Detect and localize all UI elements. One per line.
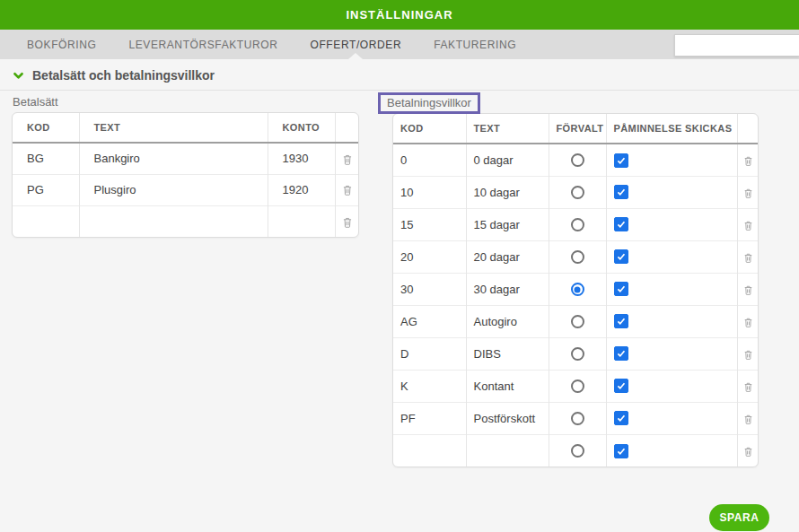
kod-cell[interactable]: 20 <box>393 240 466 273</box>
paminnelse-checkbox[interactable] <box>614 444 628 458</box>
table-row: AG Autogiro <box>393 305 759 337</box>
page-title: INSTÄLLNINGAR <box>346 8 452 22</box>
text-cell[interactable]: Bankgiro <box>79 143 268 174</box>
section-header: Betalsätt och betalningsvillkor <box>0 59 799 91</box>
paminnelse-checkbox[interactable] <box>614 185 628 199</box>
delete-row-icon[interactable] <box>742 414 754 425</box>
betalsatt-label: Betalsätt <box>12 95 359 109</box>
column-header-forvalt: FÖRVALT <box>549 114 606 144</box>
text-cell[interactable]: DIBS <box>466 337 549 370</box>
text-cell[interactable]: 30 dagar <box>466 273 549 305</box>
section-title: Betalsätt och betalningsvillkor <box>32 68 215 83</box>
save-button[interactable]: SPARA <box>709 504 769 531</box>
delete-row-icon[interactable] <box>341 153 354 166</box>
betalningsvillkor-label-highlight: Betalningsvillkor <box>378 92 480 114</box>
delete-row-icon[interactable] <box>742 188 754 199</box>
tab-bokforing[interactable]: BOKFÖRING <box>27 30 96 59</box>
app-header: INSTÄLLNINGAR <box>0 0 799 30</box>
forvalt-radio[interactable] <box>571 347 584 361</box>
tab-offert-order[interactable]: OFFERT/ORDER <box>311 30 402 59</box>
text-cell[interactable] <box>79 205 268 237</box>
text-cell[interactable]: Postförskott <box>466 402 549 434</box>
forvalt-radio[interactable] <box>571 379 584 393</box>
konto-cell[interactable]: 1930 <box>268 143 335 174</box>
kod-cell[interactable]: AG <box>393 305 466 337</box>
table-row: 30 30 dagar <box>393 273 759 305</box>
text-cell[interactable]: 15 dagar <box>466 208 549 240</box>
forvalt-radio[interactable] <box>571 315 584 328</box>
delete-row-icon[interactable] <box>742 220 754 231</box>
settings-content: Betalsätt och betalningsvillkor Betalsät… <box>0 59 799 532</box>
delete-row-icon[interactable] <box>742 381 754 393</box>
column-header-text: TEXT <box>466 114 549 144</box>
forvalt-radio[interactable] <box>571 250 584 264</box>
table-row: PF Postförskott <box>393 402 759 434</box>
text-cell[interactable]: 20 dagar <box>466 240 549 273</box>
header-row: KOD TEXT KONTO <box>13 113 359 143</box>
table-row: PG Plusgiro 1920 <box>13 174 359 205</box>
kod-cell[interactable]: 10 <box>393 176 466 208</box>
column-header-actions <box>335 113 359 143</box>
kod-cell[interactable]: 0 <box>393 144 466 176</box>
kod-cell[interactable]: PG <box>13 174 79 205</box>
tab-fakturering[interactable]: FAKTURERING <box>434 30 516 59</box>
delete-row-icon[interactable] <box>742 317 754 328</box>
forvalt-radio[interactable] <box>571 186 584 199</box>
text-cell[interactable]: Plusgiro <box>79 174 268 205</box>
column-header-konto: KONTO <box>268 113 335 143</box>
search-input[interactable] <box>674 34 799 57</box>
paminnelse-checkbox[interactable] <box>614 411 628 425</box>
table-row: 15 15 dagar <box>393 208 759 240</box>
kod-cell[interactable]: K <box>393 370 466 402</box>
delete-row-icon[interactable] <box>742 155 754 167</box>
forvalt-radio[interactable] <box>571 283 584 296</box>
delete-row-icon[interactable] <box>742 252 754 264</box>
konto-cell[interactable]: 1920 <box>268 174 335 205</box>
kod-cell[interactable]: 15 <box>393 208 466 240</box>
header-row: KOD TEXT FÖRVALT PÅMINNELSE SKICKAS <box>393 114 759 144</box>
table-row: 20 20 dagar <box>393 240 759 273</box>
delete-row-icon[interactable] <box>341 216 354 229</box>
kod-cell[interactable]: D <box>393 337 466 370</box>
delete-row-icon[interactable] <box>742 446 754 458</box>
betalningsvillkor-label: Betalningsvillkor <box>387 96 471 109</box>
paminnelse-checkbox[interactable] <box>614 314 628 328</box>
kod-cell[interactable]: BG <box>13 143 79 174</box>
betalningsvillkor-table: KOD TEXT FÖRVALT PÅMINNELSE SKICKAS 0 0 … <box>393 114 759 467</box>
forvalt-radio[interactable] <box>571 153 584 167</box>
delete-row-icon[interactable] <box>742 349 754 361</box>
kod-cell[interactable]: 30 <box>393 273 466 305</box>
forvalt-radio[interactable] <box>571 412 584 425</box>
paminnelse-checkbox[interactable] <box>614 379 628 393</box>
table-row: 0 0 dagar <box>393 144 759 176</box>
paminnelse-checkbox[interactable] <box>614 249 628 264</box>
chevron-down-icon[interactable] <box>13 70 24 82</box>
table-row-empty <box>13 205 359 237</box>
column-header-paminnelse-skickas: PÅMINNELSE SKICKAS <box>606 114 737 144</box>
paminnelse-checkbox[interactable] <box>614 217 628 231</box>
paminnelse-checkbox[interactable] <box>614 346 628 361</box>
delete-row-icon[interactable] <box>341 184 354 196</box>
text-cell[interactable]: Kontant <box>466 370 549 402</box>
betalsatt-panel: Betalsätt KOD TEXT KONTO BG <box>12 95 359 238</box>
column-header-kod: KOD <box>393 114 466 144</box>
table-row: BG Bankgiro 1930 <box>13 143 359 174</box>
konto-cell[interactable] <box>268 205 335 237</box>
delete-row-icon[interactable] <box>742 284 754 296</box>
betalsatt-table: KOD TEXT KONTO BG Bankgiro 1930 <box>13 113 359 237</box>
paminnelse-checkbox[interactable] <box>614 153 628 168</box>
text-cell[interactable]: 10 dagar <box>466 176 549 208</box>
table-row: D DIBS <box>393 337 759 370</box>
kod-cell[interactable] <box>13 205 79 237</box>
table-row: 10 10 dagar <box>393 176 759 208</box>
kod-cell[interactable] <box>393 434 466 467</box>
table-row-empty <box>393 434 759 467</box>
text-cell[interactable]: 0 dagar <box>466 144 549 176</box>
text-cell[interactable] <box>466 434 549 467</box>
forvalt-radio[interactable] <box>571 444 584 458</box>
text-cell[interactable]: Autogiro <box>466 305 549 337</box>
paminnelse-checkbox[interactable] <box>614 282 628 296</box>
forvalt-radio[interactable] <box>571 218 584 231</box>
tab-leverantorsfakturor[interactable]: LEVERANTÖRSFAKTUROR <box>128 30 277 59</box>
kod-cell[interactable]: PF <box>393 402 466 434</box>
